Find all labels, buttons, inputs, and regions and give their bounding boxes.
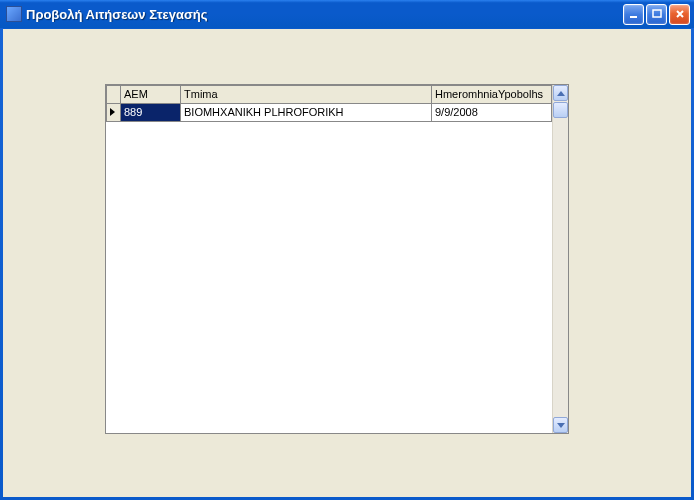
svg-rect-0 — [630, 16, 637, 18]
application-window: Προβολή Αιτήσεων Στεγασής — [0, 0, 694, 500]
cell-aem[interactable]: 889 — [121, 104, 181, 122]
cell-date[interactable]: 9/9/2008 — [432, 104, 552, 122]
app-icon — [6, 6, 22, 22]
scroll-up-button[interactable] — [553, 85, 568, 101]
column-header-tmima[interactable]: Tmima — [181, 86, 432, 104]
scroll-thumb[interactable] — [553, 102, 568, 118]
row-selector-header[interactable] — [107, 86, 121, 104]
minimize-button[interactable] — [623, 4, 644, 25]
grid-body: AEM Tmima HmeromhniaYpobolhs 889 BIOMHXA… — [106, 85, 552, 433]
column-header-date[interactable]: HmeromhniaYpobolhs — [432, 86, 552, 104]
vertical-scrollbar[interactable] — [552, 85, 568, 433]
window-title: Προβολή Αιτήσεων Στεγασής — [26, 7, 623, 22]
close-icon — [675, 9, 685, 19]
minimize-icon — [629, 9, 639, 19]
chevron-up-icon — [557, 91, 565, 96]
row-indicator[interactable] — [107, 104, 121, 122]
current-row-icon — [110, 108, 115, 116]
maximize-button[interactable] — [646, 4, 667, 25]
grid-table: AEM Tmima HmeromhniaYpobolhs 889 BIOMHXA… — [106, 85, 552, 122]
table-row[interactable]: 889 BIOMHXANIKH PLHROFORIKH 9/9/2008 — [107, 104, 552, 122]
client-area: AEM Tmima HmeromhniaYpobolhs 889 BIOMHXA… — [3, 28, 691, 497]
close-button[interactable] — [669, 4, 690, 25]
scroll-down-button[interactable] — [553, 417, 568, 433]
title-bar[interactable]: Προβολή Αιτήσεων Στεγασής — [0, 0, 694, 28]
data-grid[interactable]: AEM Tmima HmeromhniaYpobolhs 889 BIOMHXA… — [105, 84, 569, 434]
svg-rect-1 — [653, 10, 661, 17]
cell-tmima[interactable]: BIOMHXANIKH PLHROFORIKH — [181, 104, 432, 122]
window-controls — [623, 4, 690, 25]
maximize-icon — [652, 9, 662, 19]
chevron-down-icon — [557, 423, 565, 428]
grid-header-row: AEM Tmima HmeromhniaYpobolhs — [107, 86, 552, 104]
column-header-aem[interactable]: AEM — [121, 86, 181, 104]
